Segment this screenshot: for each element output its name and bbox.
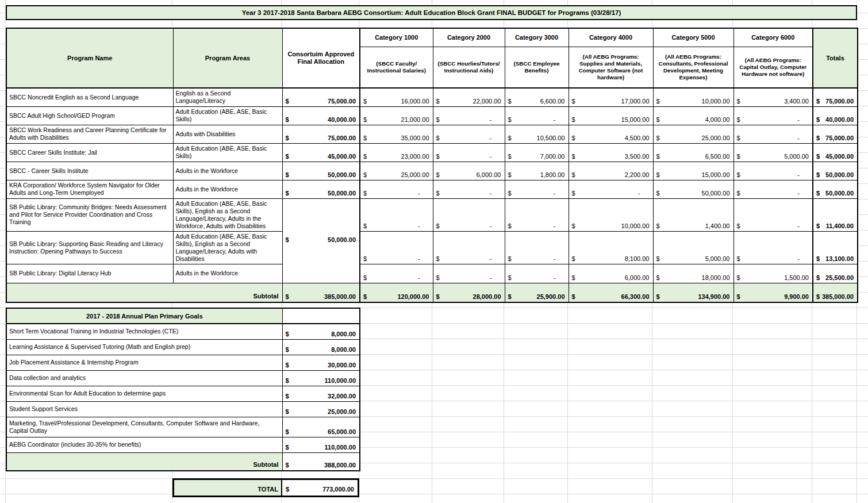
- allocation-cell[interactable]: $75,000.00: [282, 125, 360, 143]
- category-1000-cell[interactable]: $21,000.00: [360, 106, 433, 125]
- category-6000-cell[interactable]: $-: [733, 231, 813, 264]
- program-areas-cell[interactable]: Adults in the Workforce: [173, 180, 282, 198]
- category-3000-cell[interactable]: $-: [505, 264, 569, 283]
- allocation-cell[interactable]: $75,000.00: [282, 88, 360, 106]
- goal-label-cell[interactable]: Short Term Vocational Training in Indust…: [6, 324, 282, 339]
- category-5000-cell[interactable]: $4,000.00: [653, 106, 733, 125]
- goal-label-cell[interactable]: AEBG Coordinator (includes 30-35% for be…: [6, 437, 282, 452]
- category-1000-cell[interactable]: $-: [360, 198, 433, 231]
- header-category-3000[interactable]: Category 3000: [505, 28, 569, 47]
- goal-amount-cell[interactable]: $110,000.00: [282, 437, 360, 452]
- goal-amount-cell[interactable]: $32,000.00: [282, 386, 360, 401]
- category-3000-cell[interactable]: $-: [505, 106, 569, 125]
- header-category-4000[interactable]: Category 4000: [569, 28, 653, 47]
- category-4000-cell[interactable]: $6,000.00: [569, 264, 653, 283]
- subtotal-category-5000-cell[interactable]: $134,900.00: [653, 283, 733, 302]
- allocation-cell-merged[interactable]: $50,000.00: [282, 198, 360, 283]
- category-6000-cell[interactable]: $-: [733, 198, 813, 231]
- goal-label-cell[interactable]: Student Support Services: [6, 401, 282, 417]
- category-4000-cell[interactable]: $8,100.00: [569, 231, 653, 264]
- goals-amount-header-empty[interactable]: [282, 308, 360, 324]
- category-3000-cell[interactable]: $6,600.00: [505, 88, 569, 106]
- program-name-cell[interactable]: SBCC Work Readiness and Career Planning …: [6, 125, 173, 143]
- sheet-title-cell[interactable]: Year 3 2017-2018 Santa Barbara AEBG Cons…: [6, 5, 857, 20]
- program-name-cell[interactable]: SB Public Library: Community Bridges: Ne…: [6, 198, 173, 231]
- totals-cell[interactable]: $40,000.00: [813, 106, 858, 125]
- category-4000-cell[interactable]: $2,200.00: [569, 162, 653, 180]
- category-2000-cell[interactable]: $6,000.00: [433, 162, 505, 180]
- category-3000-cell[interactable]: $-: [505, 231, 569, 264]
- category-5000-cell[interactable]: $10,000.00: [653, 88, 733, 106]
- category-2000-cell[interactable]: $22,000.00: [433, 88, 505, 106]
- program-name-cell[interactable]: SBCC Noncredit English as a Second Langu…: [6, 88, 173, 106]
- totals-cell[interactable]: $13,100.00: [813, 231, 858, 264]
- totals-cell[interactable]: $75,000.00: [813, 88, 858, 106]
- category-5000-cell[interactable]: $6,500.00: [653, 143, 733, 162]
- category-6000-cell[interactable]: $3,400.00: [733, 88, 813, 106]
- goal-amount-cell[interactable]: $30,000.00: [282, 355, 360, 370]
- totals-cell[interactable]: $50,000.00: [813, 162, 858, 180]
- header-category-2000[interactable]: Category 2000: [433, 28, 505, 47]
- program-name-cell[interactable]: SB Public Library: Digital Literacy Hub: [6, 264, 173, 283]
- header-allocation[interactable]: Consortuim Approved Final Allocation: [282, 28, 360, 88]
- category-6000-cell[interactable]: $-: [733, 106, 813, 125]
- subtotal-category-2000-cell[interactable]: $28,000.00: [433, 283, 505, 302]
- category-5000-cell[interactable]: $50,000.00: [653, 180, 733, 198]
- header-category-2000-desc[interactable]: (SBCC Hourlies/Tutors/ Instructional Aid…: [433, 47, 505, 88]
- goal-label-cell[interactable]: Job Placement Assistance & Internship Pr…: [6, 355, 282, 370]
- subtotal-category-1000-cell[interactable]: $120,000.00: [360, 283, 433, 302]
- category-2000-cell[interactable]: $-: [433, 198, 505, 231]
- category-6000-cell[interactable]: $-: [733, 162, 813, 180]
- program-areas-cell[interactable]: Adults in the Workforce: [173, 264, 282, 283]
- category-2000-cell[interactable]: $-: [433, 125, 505, 143]
- category-1000-cell[interactable]: $16,000.00: [360, 88, 433, 106]
- program-areas-cell[interactable]: English as a Second Language/Literacy: [173, 88, 282, 106]
- category-4000-cell[interactable]: $17,000.00: [569, 88, 653, 106]
- category-3000-cell[interactable]: $10,500.00: [505, 125, 569, 143]
- goals-subtotal-amount-cell[interactable]: $388,000.00: [282, 452, 360, 471]
- header-category-1000[interactable]: Category 1000: [360, 28, 433, 47]
- budget-subtotal-label[interactable]: Subtotal: [6, 283, 282, 302]
- subtotal-allocation-cell[interactable]: $385,000.00: [282, 283, 360, 302]
- goal-label-cell[interactable]: Marketing, Travel/Professional Developme…: [6, 417, 282, 437]
- subtotal-category-6000-cell[interactable]: $9,900.00: [733, 283, 813, 302]
- goal-amount-cell[interactable]: $8,000.00: [282, 339, 360, 355]
- allocation-cell[interactable]: $45,000.00: [282, 143, 360, 162]
- header-program-areas[interactable]: Program Areas: [173, 28, 282, 88]
- category-4000-cell[interactable]: $10,000.00: [569, 198, 653, 231]
- category-5000-cell[interactable]: $15,000.00: [653, 162, 733, 180]
- program-areas-cell[interactable]: Adult Education (ABE, ASE, Basic Skills)…: [173, 231, 282, 264]
- category-5000-cell[interactable]: $1,400.00: [653, 198, 733, 231]
- header-category-4000-desc[interactable]: (All AEBG Programs: Supplies and Materia…: [569, 47, 653, 88]
- category-2000-cell[interactable]: $-: [433, 231, 505, 264]
- goals-subtotal-label[interactable]: Subtotal: [6, 452, 282, 471]
- category-4000-cell[interactable]: $-: [569, 180, 653, 198]
- program-name-cell[interactable]: SBCC Career Skills Institute: Jail: [6, 143, 173, 162]
- category-6000-cell[interactable]: $5,000.00: [733, 143, 813, 162]
- allocation-cell[interactable]: $50,000.00: [282, 180, 360, 198]
- category-5000-cell[interactable]: $25,000.00: [653, 125, 733, 143]
- grand-total-amount-cell[interactable]: $ 773,000.00: [282, 480, 358, 496]
- category-4000-cell[interactable]: $3,500.00: [569, 143, 653, 162]
- category-1000-cell[interactable]: $-: [360, 180, 433, 198]
- category-1000-cell[interactable]: $-: [360, 264, 433, 283]
- header-category-6000[interactable]: Category 6000: [733, 28, 813, 47]
- program-name-cell[interactable]: SBCC Adult High School/GED Program: [6, 106, 173, 125]
- allocation-cell[interactable]: $40,000.00: [282, 106, 360, 125]
- header-category-5000-desc[interactable]: (All AEBG Programs: Consultants, Profess…: [653, 47, 733, 88]
- program-areas-cell[interactable]: Adult Education (ABE, ASE, Basic Skills): [173, 106, 282, 125]
- allocation-cell[interactable]: $50,000.00: [282, 162, 360, 180]
- category-4000-cell[interactable]: $15,000.00: [569, 106, 653, 125]
- category-6000-cell[interactable]: $-: [733, 180, 813, 198]
- goal-label-cell[interactable]: Environmental Scan for Adult Education t…: [6, 386, 282, 401]
- category-1000-cell[interactable]: $23,000.00: [360, 143, 433, 162]
- totals-cell[interactable]: $25,500.00: [813, 264, 858, 283]
- category-2000-cell[interactable]: $-: [433, 143, 505, 162]
- header-totals[interactable]: Totals: [813, 28, 858, 88]
- totals-cell[interactable]: $45,000.00: [813, 143, 858, 162]
- category-2000-cell[interactable]: $-: [433, 106, 505, 125]
- goal-amount-cell[interactable]: $65,000.00: [282, 417, 360, 437]
- category-5000-cell[interactable]: $18,000.00: [653, 264, 733, 283]
- category-3000-cell[interactable]: $-: [505, 180, 569, 198]
- header-category-3000-desc[interactable]: (SBCC Employee Benefits): [505, 47, 569, 88]
